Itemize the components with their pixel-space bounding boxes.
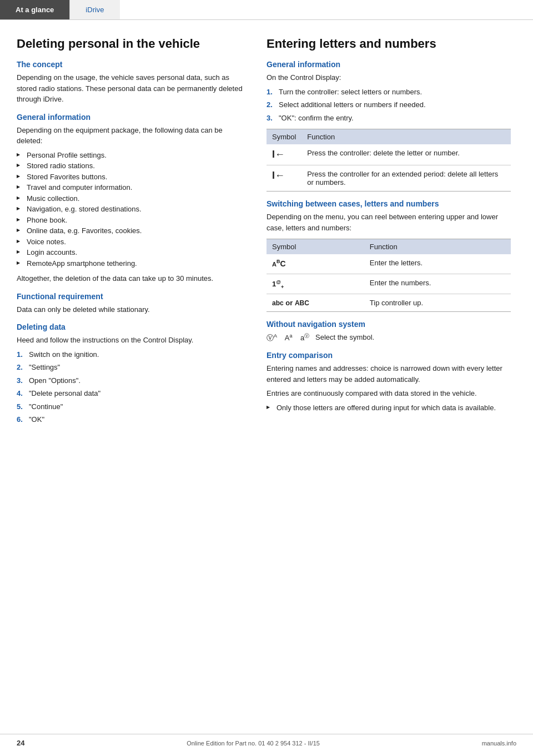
- edition-text: Online Edition for Part no. 01 40 2 954 …: [187, 740, 320, 747]
- general-info-list: Personal Profile settings. Stored radio …: [17, 150, 250, 269]
- website-text: manuals.info: [482, 740, 516, 747]
- list-item: 2.Select additional letters or numbers i…: [266, 99, 511, 110]
- footer: 24 Online Edition for Part no. 01 40 2 9…: [0, 734, 533, 747]
- table-row: I← Press the controller for an extended …: [266, 165, 511, 191]
- list-item: Navigation, e.g. stored destinations.: [17, 204, 250, 215]
- functional-heading: Functional requirement: [17, 292, 250, 301]
- header-tabs: At a glance iDrive: [0, 0, 533, 20]
- list-item: Stored radio stations.: [17, 160, 250, 172]
- table2-function-1: Enter the letters.: [364, 254, 511, 274]
- main-content: Deleting personal in the vehicle The con…: [0, 20, 533, 446]
- list-item: 6."OK": [17, 414, 250, 425]
- table-row: ABC Enter the letters.: [266, 254, 511, 274]
- table1-col2-header: Function: [301, 129, 511, 145]
- left-column: Deleting personal in the vehicle The con…: [17, 37, 250, 430]
- general-info-footer: Altogether, the deletion of the data can…: [17, 273, 250, 284]
- entry-comparison-text1: Entering names and addresses: choice is …: [266, 363, 511, 385]
- left-page-title: Deleting personal in the vehicle: [17, 37, 250, 51]
- table2-symbol-1: ABC: [266, 254, 364, 274]
- table1-function-2: Press the controller for an extended per…: [301, 165, 511, 191]
- general-info-heading-left: General information: [17, 113, 250, 122]
- list-item: Login accounts.: [17, 247, 250, 258]
- table1-col1-header: Symbol: [266, 129, 301, 145]
- list-item: 4."Delete personal data": [17, 388, 250, 399]
- deleting-data-text: Heed and follow the instructions on the …: [17, 335, 250, 346]
- without-nav-symbols: ⓋA Aa aⓋ Select the symbol.: [266, 332, 511, 343]
- tab-inactive-label: iDrive: [86, 6, 104, 14]
- list-item: 1.Turn the controller: select letters or…: [266, 87, 511, 98]
- table1-function-1: Press the controller: delete the letter …: [301, 144, 511, 165]
- table-row: I← Press the controller: delete the lett…: [266, 144, 511, 165]
- concept-text: Depending on the usage, the vehicle save…: [17, 72, 250, 105]
- list-item: Stored Favorites buttons.: [17, 172, 250, 183]
- functional-text: Data can only be deleted while stationar…: [17, 304, 250, 315]
- table-row: abc or ABC Tip controller up.: [266, 294, 511, 312]
- switching-text: Depending on the menu, you can reel betw…: [266, 211, 511, 233]
- switching-heading: Switching between cases, letters and num…: [266, 199, 511, 208]
- right-column: Entering letters and numbers General inf…: [266, 37, 511, 430]
- list-item: Music collection.: [17, 193, 250, 204]
- general-info-heading-right: General information: [266, 60, 511, 69]
- list-item: Phone book.: [17, 215, 250, 226]
- table2-col1-header: Symbol: [266, 239, 364, 255]
- right-general-intro: On the Control Display:: [266, 72, 511, 83]
- table2-col2-header: Function: [364, 239, 511, 255]
- symbol-table-1: Symbol Function I← Press the controller:…: [266, 129, 511, 191]
- tab-at-a-glance[interactable]: At a glance: [0, 0, 69, 19]
- entry-comparison-heading: Entry comparison: [266, 351, 511, 360]
- list-item: 3.Open "Options".: [17, 375, 250, 386]
- entry-comparison-list: Only those letters are offered during in…: [266, 402, 511, 414]
- concept-heading: The concept: [17, 60, 250, 69]
- without-nav-text: Select the symbol.: [315, 334, 374, 342]
- table1-symbol-1: I←: [266, 144, 301, 165]
- list-item: 3."OK": confirm the entry.: [266, 113, 511, 124]
- deleting-data-steps: 1.Switch on the ignition. 2."Settings" 3…: [17, 349, 250, 425]
- list-item: Voice notes.: [17, 236, 250, 248]
- entry-comparison-text2: Entries are continuously compared with d…: [266, 388, 511, 399]
- tab-idrive[interactable]: iDrive: [69, 0, 119, 19]
- deleting-data-heading: Deleting data: [17, 322, 250, 331]
- symbol-table-2: Symbol Function ABC Enter the letters. 1…: [266, 239, 511, 312]
- table2-symbol-3: abc or ABC: [266, 294, 364, 312]
- table-row: 1@+ Enter the numbers.: [266, 274, 511, 294]
- without-nav-heading: Without navigation system: [266, 320, 511, 329]
- table2-symbol-2: 1@+: [266, 274, 364, 294]
- table2-function-2: Enter the numbers.: [364, 274, 511, 294]
- list-item: 2."Settings": [17, 362, 250, 373]
- tab-active-label: At a glance: [16, 6, 54, 14]
- list-item: Travel and computer information.: [17, 182, 250, 193]
- list-item: Personal Profile settings.: [17, 150, 250, 161]
- list-item: RemoteApp smartphone tethering.: [17, 258, 250, 269]
- right-general-steps: 1.Turn the controller: select letters or…: [266, 87, 511, 124]
- list-item: 5."Continue": [17, 401, 250, 412]
- general-info-intro: Depending on the equipment package, the …: [17, 125, 250, 147]
- right-page-title: Entering letters and numbers: [266, 37, 511, 51]
- list-item: 1.Switch on the ignition.: [17, 349, 250, 360]
- table1-symbol-2: I←: [266, 165, 301, 191]
- page-number: 24: [17, 739, 24, 747]
- list-item: Only those letters are offered during in…: [266, 402, 511, 414]
- list-item: Online data, e.g. Favorites, cookies.: [17, 225, 250, 236]
- table2-function-3: Tip controller up.: [364, 294, 511, 312]
